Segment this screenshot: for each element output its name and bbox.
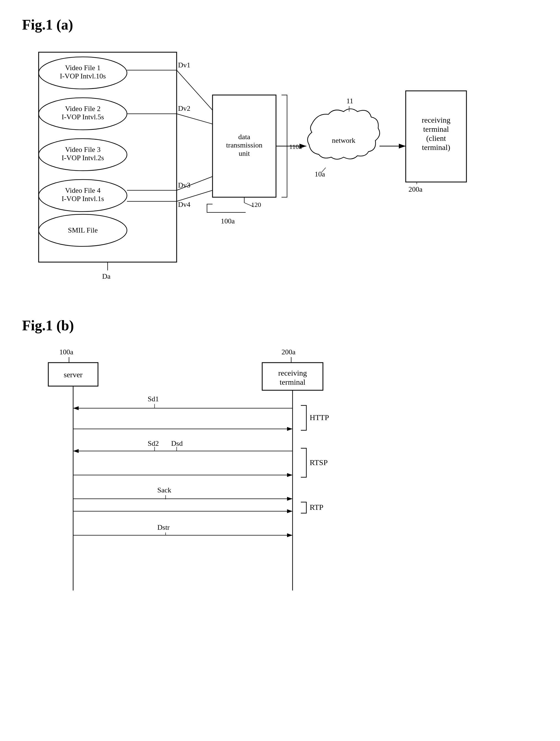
svg-line-51: [322, 167, 326, 172]
svg-text:data: data: [238, 133, 250, 141]
svg-text:server: server: [64, 370, 83, 379]
fig-b-svg: 100a server 200a receiving terminal HTTP: [22, 342, 519, 602]
svg-line-29: [177, 190, 213, 201]
svg-point-13: [38, 214, 127, 246]
svg-text:Dsd: Dsd: [171, 440, 183, 448]
svg-text:SMIL File: SMIL File: [68, 226, 98, 234]
svg-text:Video File 3: Video File 3: [65, 145, 100, 153]
svg-line-26: [177, 177, 213, 190]
fig-a-title: Fig.1 (a): [22, 16, 538, 33]
svg-text:receiving: receiving: [278, 369, 307, 377]
page: Fig.1 (a) Video File 1 I-VOP Intvl.10s V…: [0, 0, 560, 741]
svg-text:120: 120: [251, 201, 261, 208]
svg-text:Dv1: Dv1: [178, 61, 190, 69]
svg-text:terminal: terminal: [279, 378, 306, 386]
svg-text:Video File 1: Video File 1: [65, 64, 100, 72]
svg-text:10a: 10a: [315, 170, 325, 178]
svg-text:I-VOP Intvl.2s: I-VOP Intvl.2s: [62, 154, 104, 162]
svg-text:Video File 4: Video File 4: [65, 187, 100, 194]
svg-text:(client: (client: [426, 134, 446, 142]
svg-text:transmission: transmission: [226, 141, 262, 149]
svg-text:receiving: receiving: [422, 116, 451, 124]
svg-line-23: [177, 114, 213, 124]
fig-b-title: Fig.1 (b): [22, 317, 538, 334]
svg-text:I-VOP Intvl.5s: I-VOP Intvl.5s: [62, 113, 104, 121]
svg-rect-36: [406, 91, 466, 182]
svg-text:Sack: Sack: [157, 486, 171, 494]
svg-text:RTSP: RTSP: [310, 458, 328, 467]
svg-text:Dv4: Dv4: [178, 201, 190, 208]
svg-text:11: 11: [346, 97, 353, 105]
svg-text:network: network: [332, 136, 355, 144]
svg-text:110a: 110a: [289, 143, 302, 150]
svg-text:terminal): terminal): [422, 143, 451, 152]
svg-text:HTTP: HTTP: [310, 413, 329, 422]
fig-a-svg: Video File 1 I-VOP Intvl.10s Video File …: [22, 41, 519, 290]
fig-b-diagram: 100a server 200a receiving terminal HTTP: [22, 342, 519, 602]
svg-point-10: [38, 180, 127, 212]
svg-text:Sd1: Sd1: [148, 395, 159, 403]
svg-text:I-VOP Intvl.1s: I-VOP Intvl.1s: [62, 195, 104, 203]
svg-text:Sd2: Sd2: [148, 440, 159, 448]
svg-text:100a: 100a: [59, 348, 73, 356]
svg-line-46: [244, 203, 254, 207]
svg-text:Dv3: Dv3: [178, 181, 190, 189]
svg-point-4: [38, 98, 127, 130]
svg-text:200a: 200a: [282, 348, 296, 356]
svg-rect-15: [213, 95, 276, 197]
svg-line-20: [177, 70, 213, 110]
svg-text:unit: unit: [239, 149, 250, 157]
svg-text:Da: Da: [102, 272, 111, 280]
svg-text:Video File 2: Video File 2: [65, 105, 100, 113]
svg-text:RTP: RTP: [310, 503, 323, 512]
fig-a-diagram: Video File 1 I-VOP Intvl.10s Video File …: [22, 41, 519, 290]
svg-point-7: [38, 139, 127, 171]
svg-text:terminal: terminal: [423, 125, 449, 133]
svg-text:200a: 200a: [408, 185, 422, 193]
svg-text:Dv2: Dv2: [178, 105, 190, 113]
svg-rect-0: [38, 52, 177, 262]
svg-point-1: [38, 57, 127, 89]
svg-text:I-VOP Intvl.10s: I-VOP Intvl.10s: [60, 72, 106, 80]
svg-text:Dstr: Dstr: [157, 523, 170, 531]
svg-text:100a: 100a: [221, 217, 235, 225]
